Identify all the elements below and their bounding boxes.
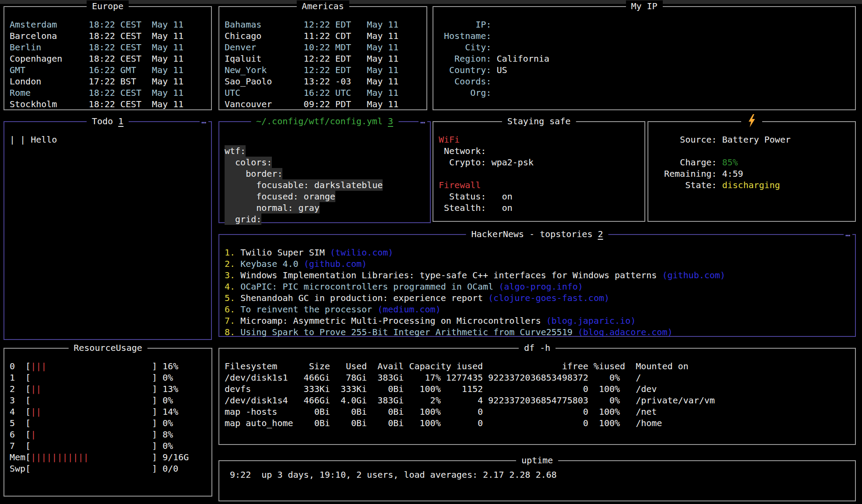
gauge-label: 3 [ <box>10 395 31 406</box>
gauge-value: ] 0% <box>31 372 173 383</box>
panel-title-config: ~/.config/wtf/config.yml 3 <box>251 116 398 127</box>
clock-row: Barcelona 18:22 CEST May 11 <box>10 30 211 42</box>
panel-df: df -h Filesystem Size Used Avail Capacit… <box>218 348 856 445</box>
gauge-value: ] 13% <box>41 384 178 394</box>
battery-info-row: State: discharging <box>664 179 855 191</box>
panel-battery: Source: Battery Power Charge: 85%Remaini… <box>647 121 856 222</box>
battery-info-value: 85% <box>717 157 738 168</box>
security-status-row: Network: <box>439 145 644 157</box>
panel-hackernews[interactable]: HackerNews - topstories 2 … 1. Twilio Su… <box>218 234 856 337</box>
battery-info-label: Remaining: <box>664 168 717 179</box>
config-line: border: <box>225 168 430 179</box>
clock-row: Berlin 18:22 CEST May 11 <box>10 42 211 53</box>
gauge-label: 4 [ <box>10 406 31 417</box>
panel-staying-safe: Staying safe WiFi Network: Crypto: wpa2-… <box>433 121 645 222</box>
panel-overflow-indicator: … <box>419 117 427 125</box>
ip-info-label: Hostname: <box>444 31 491 41</box>
ip-info-list: IP:Hostname: City: Region: California Co… <box>433 7 855 98</box>
panel-title-df: df -h <box>519 342 556 354</box>
security-status-list: WiFi Network: Crypto: wpa2-pskFirewall S… <box>433 122 644 214</box>
hackernews-story[interactable]: 3. Windows Implementation Libraries: typ… <box>225 270 855 281</box>
story-domain-link[interactable]: (twilio.com) <box>330 247 394 258</box>
gauge-label: 5 [ <box>10 418 31 428</box>
panel-todo[interactable]: Todo 1 … | | Hello <box>4 121 212 340</box>
battery-info-value: 4:59 <box>717 168 743 179</box>
hackernews-story[interactable]: 2. Keybase 4.0 (github.com) <box>225 258 855 270</box>
story-rank: 3. <box>225 270 240 280</box>
config-line: colors: <box>225 157 430 168</box>
story-domain-link[interactable]: (github.com) <box>662 270 725 280</box>
panel-title-my-ip: My IP <box>626 0 662 12</box>
ip-info-label: Org: <box>444 88 491 98</box>
hackernews-story[interactable]: 1. Twilio Super SIM (twilio.com) <box>225 247 855 258</box>
gauge-value: ] 0% <box>31 395 173 406</box>
ip-info-label: Coords: <box>444 76 491 87</box>
resource-gauge-row: 7 [ ] 0% <box>10 440 211 452</box>
clock-row: London 17:22 BST May 11 <box>10 76 211 87</box>
panel-title-resource-usage: ResourceUsage <box>68 342 148 354</box>
story-rank: 5. <box>225 293 240 303</box>
config-shortcut-key: 3 <box>388 116 393 126</box>
panel-title-uptime: uptime <box>516 455 558 466</box>
story-title: Keybase 4.0 <box>240 259 304 269</box>
hackernews-story[interactable]: 6. To reinvent the processor (medium.com… <box>225 304 855 315</box>
battery-info-label: Source: <box>664 134 717 145</box>
battery-info-value: discharging <box>717 180 780 190</box>
terminal-chrome-strip <box>0 0 862 4</box>
lightning-bolt-icon <box>741 114 762 130</box>
config-yaml-view: wtf: colors: border: focusable: darkslat… <box>219 122 430 225</box>
resource-gauge-row: 0 [||| ] 16% <box>10 360 211 372</box>
story-domain-link[interactable]: (clojure-goes-fast.com) <box>488 293 609 303</box>
panel-clocks-americas: Americas Bahamas 12:22 EDT May 11Chicago… <box>218 6 427 110</box>
hackernews-story[interactable]: 4. OCaPIC: PIC microcontrollers programm… <box>225 281 855 292</box>
ip-info-value: California <box>491 53 549 64</box>
df-output-line: map auto_home 0Bi 0Bi 0Bi 100% 0 0 100% … <box>225 417 855 429</box>
clock-row: Iqaluit 12:22 EDT May 11 <box>225 53 426 64</box>
panel-title-europe: Europe <box>87 0 129 12</box>
battery-info-row: Charge: 85% <box>664 157 855 168</box>
ip-info-row: IP: <box>444 19 855 30</box>
panel-resource-usage: ResourceUsage 0 [||| ] 16%1 [ ] 0%2 [|| … <box>4 348 212 497</box>
config-line: grid: <box>225 214 430 225</box>
ip-info-label: Region: <box>444 53 491 64</box>
gauge-value: ] 16% <box>46 361 178 371</box>
panel-my-ip: My IP IP:Hostname: City: Region: Califor… <box>433 6 856 110</box>
clock-row: Bahamas 12:22 EDT May 11 <box>225 19 426 30</box>
gauge-label: Swp[ <box>10 463 31 474</box>
clock-row: Chicago 11:22 CDT May 11 <box>225 30 426 42</box>
df-output: Filesystem Size Used Avail Capacity iuse… <box>219 349 855 429</box>
ip-info-row: City: <box>444 42 855 53</box>
ip-info-label: IP: <box>444 19 491 30</box>
hackernews-shortcut-key: 2 <box>598 229 603 239</box>
story-domain-link[interactable]: (blog.adacore.com) <box>578 327 673 337</box>
battery-info-label: State: <box>664 180 717 190</box>
hackernews-story[interactable]: 7. Microamp: Asymmetric Multi-Processing… <box>225 315 855 326</box>
hackernews-story-list: 1. Twilio Super SIM (twilio.com)2. Keyba… <box>219 235 855 338</box>
gauge-bars: ||| <box>31 361 46 371</box>
clock-list-europe: Amsterdam 18:22 CEST May 11Barcelona 18:… <box>4 7 211 110</box>
resource-gauge-row: 3 [ ] 0% <box>10 395 211 406</box>
resource-gauge-row: 4 [|| ] 14% <box>10 406 211 417</box>
story-title: OCaPIC: PIC microcontrollers programmed … <box>240 281 499 292</box>
panel-config-file[interactable]: ~/.config/wtf/config.yml 3 … wtf: colors… <box>218 121 431 223</box>
gauge-label: 7 [ <box>10 441 31 451</box>
todo-item[interactable]: | | Hello <box>10 134 211 145</box>
ip-info-row: Org: <box>444 87 855 98</box>
ip-info-row: Hostname: <box>444 30 855 42</box>
hackernews-story[interactable]: 8. Using Spark to Prove 255-Bit Integer … <box>225 326 855 338</box>
battery-info-label: Charge: <box>664 157 717 168</box>
story-domain-link[interactable]: (medium.com) <box>377 304 441 315</box>
uptime-output-line: 9:22 up 3 days, 19:10, 2 users, load ave… <box>225 469 855 480</box>
story-rank: 1. <box>225 247 240 258</box>
clock-row: Sao_Paolo 13:22 -03 May 11 <box>225 76 426 87</box>
gauge-value: ] 0/0 <box>31 463 178 474</box>
story-domain-link[interactable]: (blog.japaric.io) <box>546 315 636 326</box>
story-domain-link[interactable]: (github.com) <box>304 259 367 269</box>
config-line-text: grid: <box>225 214 261 225</box>
hackernews-story[interactable]: 5. Shenandoah GC in production: experien… <box>225 292 855 304</box>
story-rank: 6. <box>225 304 240 315</box>
clock-row: Amsterdam 18:22 CEST May 11 <box>10 19 211 30</box>
gauge-label: 1 [ <box>10 372 31 383</box>
story-rank: 4. <box>225 281 240 292</box>
story-domain-link[interactable]: (algo-prog.info) <box>499 281 583 292</box>
